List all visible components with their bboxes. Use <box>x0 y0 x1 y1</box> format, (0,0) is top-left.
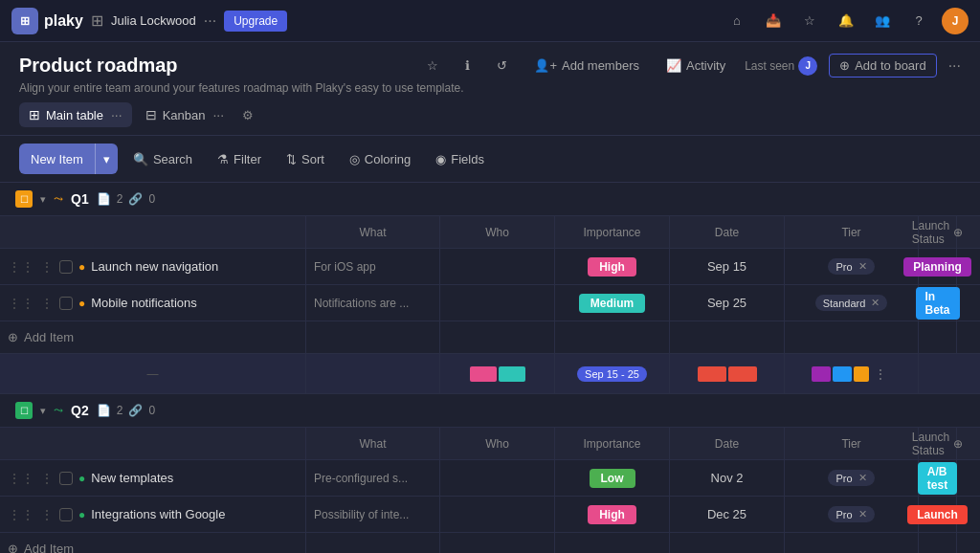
row-3-tier[interactable]: Pro ✕ <box>785 460 919 496</box>
app-logo[interactable]: ⊞ plaky <box>11 8 83 34</box>
row-4-name: Integrations with Google <box>91 507 225 521</box>
add-to-board-button[interactable]: ⊕ Add to board <box>829 54 936 77</box>
kanban-dots[interactable]: ··· <box>212 107 224 122</box>
coloring-button[interactable]: ◎ Coloring <box>340 147 420 171</box>
row-4-dots[interactable]: ⋮ <box>40 507 54 522</box>
row-4-importance[interactable]: High <box>555 497 670 532</box>
row-3-checkbox[interactable] <box>59 472 73 485</box>
bell-icon[interactable]: 🔔 <box>833 8 859 34</box>
add-item-button-q2[interactable]: ⊕ Add Item <box>0 533 306 553</box>
help-icon[interactable]: ? <box>905 8 932 34</box>
summary-q1-date: Sep 15 - 25 <box>555 354 670 393</box>
tab-main-table[interactable]: ⊞ Main table ··· <box>19 102 132 127</box>
row-1-checkbox[interactable] <box>59 260 73 274</box>
activity-button[interactable]: 📈 Activity <box>658 55 733 77</box>
tab-kanban[interactable]: ⊟ Kanban ··· <box>136 102 234 127</box>
row-2-importance[interactable]: Medium <box>555 285 670 321</box>
board-more-dots[interactable]: ··· <box>948 57 961 75</box>
row-4-color-dot: ● <box>78 508 85 521</box>
row-1-dots[interactable]: ⋮ <box>40 259 54 275</box>
star-icon[interactable]: ☆ <box>796 8 823 34</box>
row-2-tier[interactable]: Standard ✕ <box>785 285 919 321</box>
group-q2-chevron[interactable]: ▾ <box>40 405 46 417</box>
q2-chevron-right: ⤳ <box>54 404 63 417</box>
filter-icon: ⚗ <box>217 152 229 166</box>
add-item-button-q1[interactable]: ⊕ Add Item <box>0 321 306 353</box>
row-3-importance-badge: Low <box>590 469 635 488</box>
people-icon[interactable]: 👥 <box>869 8 896 34</box>
main-table-dots[interactable]: ··· <box>111 107 122 122</box>
row-2-drag[interactable]: ⋮⋮ <box>8 296 34 311</box>
fields-icon: ◉ <box>435 152 446 166</box>
group-q2-header: ☐ ▾ ⤳ Q2 📄 2 🔗 0 <box>0 394 980 428</box>
board-title: Product roadmap <box>19 55 178 77</box>
row-4-tier[interactable]: Pro ✕ <box>785 497 919 532</box>
nav-right: ⌂ 📥 ☆ 🔔 👥 ? J <box>724 8 969 34</box>
row-3-importance[interactable]: Low <box>555 460 670 496</box>
new-item-caret-icon[interactable]: ▾ <box>96 144 118 174</box>
filter-button[interactable]: ⚗ Filter <box>208 147 271 171</box>
add-col-button[interactable]: ⊕ <box>953 226 963 239</box>
group-q2-file-icon: 📄 <box>97 404 111 417</box>
row-1-launch[interactable]: Planning <box>919 249 957 284</box>
group-q1-meta: 📄 2 🔗 0 <box>97 192 155 206</box>
row-2-dots[interactable]: ⋮ <box>40 296 54 311</box>
fields-button[interactable]: ◉ Fields <box>426 147 494 171</box>
summary-q1-dash: — <box>0 354 306 393</box>
board-settings-icon[interactable]: ⚙ <box>237 103 258 127</box>
star-button[interactable]: ☆ <box>419 55 446 77</box>
new-item-label[interactable]: New Item <box>19 144 96 174</box>
row-2-tier-remove[interactable]: ✕ <box>871 297 880 309</box>
q1-summary-dots[interactable]: ⋮ <box>869 363 892 386</box>
group-q1-link-icon: 🔗 <box>128 192 143 206</box>
home-icon[interactable]: ⌂ <box>724 8 750 34</box>
row-3-launch-badge: A/B test <box>918 462 957 495</box>
info-button[interactable]: ℹ <box>457 55 478 77</box>
row-3-tier-remove[interactable]: ✕ <box>858 472 867 484</box>
row-3-launch[interactable]: A/B test <box>919 460 957 496</box>
add-col-button-q2[interactable]: ⊕ <box>953 437 963 451</box>
search-button[interactable]: 🔍 Search <box>123 147 202 171</box>
new-item-button[interactable]: New Item ▾ <box>19 144 118 174</box>
row-1-tier-remove[interactable]: ✕ <box>858 260 867 273</box>
group-q1-color: ☐ <box>15 190 33 208</box>
nav-grid-icon[interactable]: ⊞ <box>91 11 103 30</box>
row-3-name: New templates <box>91 471 173 485</box>
row-3-dots[interactable]: ⋮ <box>40 471 54 486</box>
table-row: ⋮⋮ ⋮ ● New templates Pre-configured s...… <box>0 460 980 497</box>
add-item-q2-fill-2 <box>440 533 555 553</box>
col-header-q2-who: Who <box>440 428 555 459</box>
summary-q1-launch: ⋮ <box>785 354 919 393</box>
upgrade-button[interactable]: Upgrade <box>224 11 287 32</box>
row-4-drag[interactable]: ⋮⋮ <box>8 507 34 522</box>
row-1-drag[interactable]: ⋮⋮ <box>8 259 34 275</box>
row-4-what: Possibility of inte... <box>306 497 440 532</box>
row-4-tier-remove[interactable]: ✕ <box>858 508 867 520</box>
row-2-launch[interactable]: In Beta <box>919 285 957 321</box>
row-3-drag[interactable]: ⋮⋮ <box>8 471 34 486</box>
row-1-tier[interactable]: Pro ✕ <box>785 249 919 284</box>
inbox-icon[interactable]: 📥 <box>760 8 787 34</box>
row-4-launch[interactable]: Launch <box>919 497 957 532</box>
history-button[interactable]: ↺ <box>489 55 515 77</box>
nav-more-dots[interactable]: ··· <box>204 12 216 30</box>
add-item-row-q1: ⊕ Add Item <box>0 321 980 354</box>
group-q1: ☐ ▾ ⤳ Q1 📄 2 🔗 0 What Who Importance Dat… <box>0 183 980 394</box>
add-item-fill-2 <box>440 321 555 353</box>
group-q1-chevron[interactable]: ▾ <box>40 193 46 206</box>
add-members-button[interactable]: 👤+ Add members <box>526 55 647 77</box>
row-4-importance-badge: High <box>588 505 636 524</box>
search-icon: 🔍 <box>133 152 148 166</box>
row-4-checkbox[interactable] <box>59 508 73 521</box>
row-3-what: Pre-configured s... <box>306 460 440 496</box>
add-item-fill-4 <box>670 321 785 353</box>
row-2-launch-badge: In Beta <box>916 287 960 320</box>
row-4-launch-badge: Launch <box>907 505 968 524</box>
sort-button[interactable]: ⇅ Sort <box>277 147 334 171</box>
row-2-checkbox[interactable] <box>59 297 73 310</box>
group-q2-checkbox[interactable]: ☐ <box>20 406 29 416</box>
group-q1-checkbox[interactable]: ☐ <box>20 194 29 205</box>
q1-chevron-right: ⤳ <box>54 192 63 206</box>
row-1-importance[interactable]: High <box>555 249 670 284</box>
avatar[interactable]: J <box>942 8 969 34</box>
